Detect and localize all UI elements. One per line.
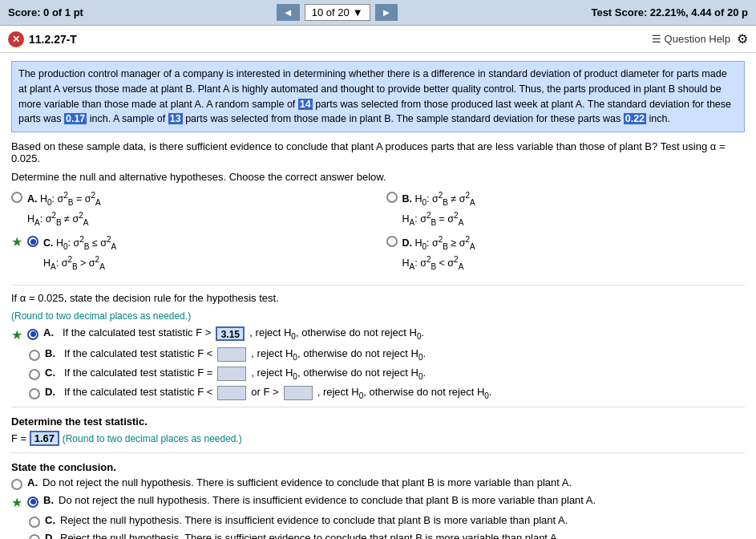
- list-icon: ☰: [652, 33, 661, 45]
- hyp-radio-c[interactable]: [27, 236, 38, 247]
- decision-text-d2: or F >: [251, 386, 278, 398]
- decision-radio-a[interactable]: [27, 329, 38, 340]
- decision-text-c2: , reject H0, otherwise do not reject H0.: [251, 367, 426, 381]
- decision-radio-b[interactable]: [29, 350, 40, 361]
- test-stat-title: Determine the test statistic.: [11, 415, 745, 428]
- conclusion-radio-b[interactable]: [27, 496, 38, 508]
- decision-text-a2: , reject H0, otherwise do not reject H0.: [249, 326, 424, 341]
- question1-text: Based on these sample data, is there suf…: [11, 140, 745, 164]
- round-note1: (Round to two decimal places as needed.): [11, 310, 745, 322]
- decision-label-d: D.: [45, 386, 59, 398]
- passage: The production control manager of a comp…: [11, 61, 745, 132]
- hyp-option-d[interactable]: D. H0: σ2B ≥ σ2A HA: σ2B < σ2A: [386, 233, 746, 273]
- dropdown-arrow[interactable]: ▼: [353, 6, 363, 18]
- std-dev-b: 0.22: [624, 113, 646, 124]
- decision-option-a[interactable]: ★ A. If the calculated test statistic F …: [11, 326, 745, 342]
- decision-option-b[interactable]: B. If the calculated test statistic F < …: [11, 347, 745, 362]
- conclusion-text-b: Do not reject the null hypothesis. There…: [59, 494, 596, 506]
- prev-button[interactable]: ◄: [277, 4, 300, 21]
- hyp-label-c: C. H0: σ2B ≤ σ2A: [43, 233, 116, 253]
- hyp-label-b: B. H0: σ2B ≠ σ2A: [402, 189, 475, 209]
- passage-text5: inch.: [646, 113, 670, 124]
- std-dev-a: 0.17: [64, 113, 87, 124]
- hyp-alt-a: HA: σ2B ≠ σ2A: [27, 209, 101, 229]
- conclusion-text-d: Reject the null hypothesis. There is suf…: [60, 532, 560, 539]
- star-icon-da: ★: [11, 327, 22, 342]
- hypotheses-grid: A. H0: σ2B = σ2A HA: σ2B ≠ σ2A B. H0: σ2…: [11, 189, 745, 274]
- conclusion-option-d[interactable]: D. Reject the null hypothesis. There is …: [11, 532, 745, 539]
- f-value[interactable]: 1.67: [30, 431, 59, 446]
- hyp-radio-b[interactable]: [386, 192, 398, 203]
- decision-text-c1: If the calculated test statistic F =: [64, 367, 212, 379]
- conclusion-text-c: Reject the null hypothesis. There is ins…: [60, 514, 568, 526]
- conclusion-option-c[interactable]: C. Reject the null hypothesis. There is …: [11, 514, 745, 528]
- next-button[interactable]: ►: [375, 4, 398, 21]
- star-icon-cb: ★: [11, 495, 22, 510]
- hyp-option-a[interactable]: A. H0: σ2B = σ2A HA: σ2B ≠ σ2A: [11, 189, 370, 229]
- top-bar: Score: 0 of 1 pt ◄ 10 of 20 ▼ ► Test Sco…: [0, 0, 756, 26]
- hyp-radio-a[interactable]: [11, 192, 22, 203]
- conclusion-option-a[interactable]: A. Do not reject the null hypothesis. Th…: [11, 476, 745, 490]
- conclusion-radio-d[interactable]: [29, 534, 40, 539]
- hyp-radio-d[interactable]: [386, 236, 398, 247]
- round-note2: (Round to two decimal places as needed.): [63, 433, 242, 444]
- decision-option-c[interactable]: C. If the calculated test statistic F = …: [11, 367, 745, 381]
- hyp-content-d: D. H0: σ2B ≥ σ2A HA: σ2B < σ2A: [402, 233, 475, 273]
- conclusion-label-b: B.: [43, 494, 54, 506]
- title-bar: ✕ 11.2.27-T ☰ Question Help ⚙: [0, 26, 756, 53]
- page-indicator: 10 of 20 ▼: [305, 4, 370, 21]
- hyp-label-d: D. H0: σ2B ≥ σ2A: [402, 233, 475, 253]
- divider1: [11, 285, 745, 286]
- title-left: ✕ 11.2.27-T: [8, 31, 77, 47]
- decision-radio-c[interactable]: [29, 369, 40, 380]
- conclusion-label-d: D.: [45, 532, 55, 539]
- hyp-option-c[interactable]: ★ C. H0: σ2B ≤ σ2A HA: σ2B > σ2A: [11, 233, 370, 273]
- conclusion-option-b[interactable]: ★ B. Do not reject the null hypothesis. …: [11, 494, 745, 510]
- gear-icon[interactable]: ⚙: [737, 31, 748, 47]
- test-score-label: Test Score: 22.21%, 4.44 of 20 p: [591, 6, 748, 18]
- decision-label-c: C.: [45, 367, 59, 379]
- decision-text-d1: If the calculated test statistic F <: [64, 386, 212, 398]
- page-text: 10 of 20: [312, 6, 350, 18]
- f-label: F =: [11, 432, 30, 444]
- decision-text-d3: , reject H0, otherwise do not reject H0.: [317, 386, 492, 400]
- decision-radio-d[interactable]: [29, 388, 40, 399]
- decision-value-c[interactable]: [217, 367, 246, 381]
- conclusion-text-a: Do not reject the null hypothesis. There…: [42, 476, 572, 488]
- hyp-option-b[interactable]: B. H0: σ2B ≠ σ2A HA: σ2B = σ2A: [386, 189, 746, 229]
- star-icon-c: ★: [11, 234, 22, 249]
- decision-text-a1: If the calculated test statistic F >: [63, 326, 211, 338]
- conclusion-title: State the conclusion.: [11, 461, 745, 473]
- decision-value-b[interactable]: [217, 347, 246, 362]
- main-content: The production control manager of a comp…: [0, 53, 756, 539]
- decision-value-d1[interactable]: [217, 386, 246, 400]
- conclusion-label-a: A.: [27, 476, 38, 488]
- title-right: ☰ Question Help ⚙: [652, 31, 748, 47]
- nav-controls: ◄ 10 of 20 ▼ ►: [277, 4, 398, 21]
- decision-value-d2[interactable]: [284, 386, 313, 400]
- hyp-alt-c: HA: σ2B > σ2A: [43, 253, 116, 274]
- decision-option-d[interactable]: D. If the calculated test statistic F < …: [11, 386, 745, 400]
- hyp-content-a: A. H0: σ2B = σ2A HA: σ2B ≠ σ2A: [27, 189, 101, 229]
- passage-text4: parts was selected from those made in pl…: [183, 113, 624, 124]
- sample-num2: 13: [168, 113, 183, 124]
- hyp-content-c: C. H0: σ2B ≤ σ2A HA: σ2B > σ2A: [43, 233, 116, 273]
- close-button[interactable]: ✕: [8, 31, 24, 47]
- conclusion-radio-a[interactable]: [11, 479, 22, 490]
- hyp-instruction: Determine the null and alternative hypot…: [11, 171, 745, 183]
- hyp-alt-b: HA: σ2B = σ2A: [402, 209, 475, 229]
- test-stat-line: F = 1.67 (Round to two decimal places as…: [11, 431, 745, 446]
- divider2: [11, 407, 745, 407]
- question-help-button[interactable]: ☰ Question Help: [652, 33, 730, 45]
- score-label: Score: 0 of 1 pt: [8, 6, 83, 18]
- decision-text-b2: , reject H0, otherwise do not reject H0.: [251, 347, 426, 362]
- passage-text3: inch. A sample of: [87, 113, 168, 124]
- conclusion-radio-c[interactable]: [29, 517, 40, 528]
- decision-label-a: A.: [43, 326, 58, 338]
- decision-text-b1: If the calculated test statistic F <: [64, 347, 212, 359]
- decision-label-b: B.: [45, 347, 59, 359]
- conclusion-label-c: C.: [45, 514, 55, 526]
- question-id: 11.2.27-T: [29, 33, 77, 46]
- hyp-content-b: B. H0: σ2B ≠ σ2A HA: σ2B = σ2A: [402, 189, 475, 229]
- decision-value-a[interactable]: 3.15: [216, 326, 245, 341]
